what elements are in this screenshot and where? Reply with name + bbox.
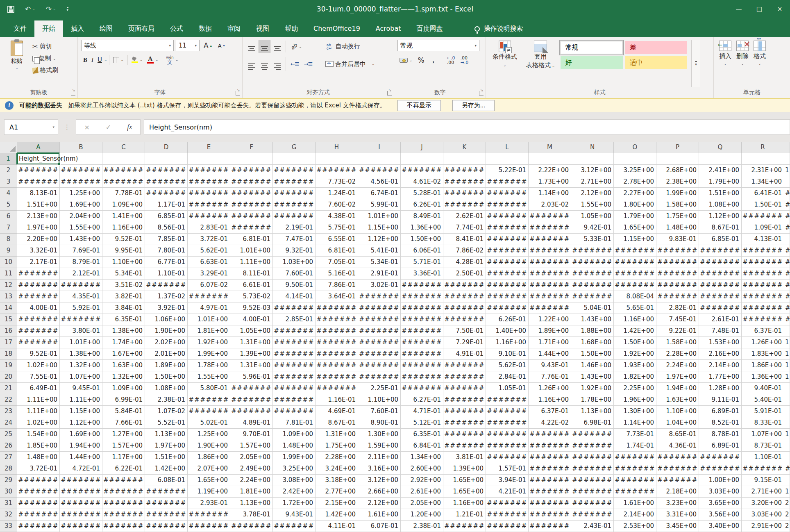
cell-P5[interactable]: 1.58E+00 [656,199,699,211]
cell-N15[interactable]: 1.43E+00 [571,314,614,325]
cell-G3[interactable]: ####### [273,176,316,188]
cell-S19-clipped[interactable]: 1 [784,360,790,371]
save-button[interactable] [7,6,14,13]
cell-I4[interactable]: 6.74E-01 [358,188,401,199]
cell-F7[interactable]: ####### [230,222,273,234]
cell-S4-clipped[interactable]: # [784,188,790,199]
cell-E23[interactable]: ####### [188,406,230,417]
dismiss-button[interactable]: 不再显示 [397,100,441,111]
cell-C15[interactable]: 6.35E-01 [102,314,145,325]
cell-E25[interactable]: 1.25E+00 [188,429,230,440]
row-header-27[interactable]: 27 [0,452,17,463]
cell-B19[interactable]: 1.32E+00 [60,360,102,371]
cell-R29[interactable]: 9.15E-01 [742,475,784,486]
row-header-31[interactable]: 31 [0,498,17,509]
cell-Q21[interactable]: 1.28E+00 [699,383,742,394]
cell-S30-clipped[interactable]: 1 [784,486,790,498]
cell-D28[interactable]: 1.42E+00 [145,463,188,475]
cell-J4[interactable]: 5.28E-01 [401,188,443,199]
cell-S7-clipped[interactable]: # [784,222,790,234]
cell-B10[interactable]: 8.79E-01 [60,257,102,268]
cell-A4[interactable]: 8.13E-01 [17,188,60,199]
cell-Q11[interactable]: ####### [699,268,742,280]
cell-I20[interactable]: ####### [358,371,401,383]
cell-C3[interactable]: ####### [102,176,145,188]
cell-H10[interactable]: 7.05E-01 [316,257,358,268]
cell-L7[interactable]: ####### [486,222,529,234]
cell-D29[interactable]: 6.08E-01 [145,475,188,486]
row-header-32[interactable]: 32 [0,509,17,521]
row-header-5[interactable]: 5 [0,199,17,211]
cell-O30[interactable]: ####### [614,486,656,498]
cell-N8[interactable]: 5.33E-01 [571,234,614,245]
cell-F8[interactable]: 6.81E-01 [230,234,273,245]
cell-H32[interactable]: 1.42E+00 [316,509,358,521]
cell-A1[interactable]: Height_Sensor(nm) [17,153,60,165]
cell-J24[interactable]: 5.12E-01 [401,417,443,429]
cell-H6[interactable]: 4.38E-01 [316,211,358,222]
row-header-28[interactable]: 28 [0,463,17,475]
cell-Q23[interactable]: 6.89E-01 [699,406,742,417]
tab-视图[interactable]: 视图 [248,20,277,37]
col-header-J[interactable]: J [401,142,443,153]
cell-D22[interactable]: 2.38E-01 [145,394,188,406]
col-header-H[interactable]: H [316,142,358,153]
increase-indent-button[interactable]: →☰ [302,60,315,68]
enter-icon[interactable]: ✓ [106,123,111,131]
cell-Q33[interactable]: 3.40E+00 [699,521,742,532]
cell-H19[interactable]: ####### [316,360,358,371]
cell-M8[interactable]: ####### [529,234,571,245]
cell-M13[interactable]: ####### [529,291,571,302]
cell-J8[interactable]: 1.50E+00 [401,234,443,245]
cell-S10-clipped[interactable]: # [784,257,790,268]
cell-N11[interactable]: ####### [571,268,614,280]
cell-E22[interactable]: ####### [188,394,230,406]
cell-M2[interactable]: 2.22E+00 [529,165,571,176]
cell-K33[interactable]: ####### [443,521,486,532]
tab-公式[interactable]: 公式 [162,20,191,37]
cell-N33[interactable]: 2.43E-01 [571,521,614,532]
cell-B31[interactable]: ####### [60,498,102,509]
cell-I23[interactable]: 7.60E-01 [358,406,401,417]
cell-L14[interactable]: ####### [486,302,529,314]
cell-I32[interactable]: 1.61E+00 [358,509,401,521]
cell-O27[interactable]: ####### [614,452,656,463]
cell-P4[interactable]: 1.99E+00 [656,188,699,199]
cell-I6[interactable]: 1.01E+00 [358,211,401,222]
cell-O13[interactable]: 8.08E-04 [614,291,656,302]
cell-E10[interactable]: 6.63E-01 [188,257,230,268]
cell-A5[interactable]: 1.51E+00 [17,199,60,211]
cell-Q18[interactable]: 2.16E+00 [699,348,742,360]
cell-G21[interactable]: ####### [273,383,316,394]
cell-S1-clipped[interactable] [784,153,790,165]
align-left-button[interactable] [246,56,258,72]
cell-J12[interactable]: ####### [401,280,443,291]
cell-J18[interactable]: ####### [401,348,443,360]
cell-P3[interactable]: 2.38E+00 [656,176,699,188]
cell-A18[interactable]: 9.52E-01 [17,348,60,360]
col-header-E[interactable]: E [188,142,230,153]
cell-P27[interactable]: ####### [656,452,699,463]
cell-M33[interactable]: ####### [529,521,571,532]
cell-E6[interactable]: ####### [188,211,230,222]
cell-H31[interactable]: 2.15E+00 [316,498,358,509]
cell-F27[interactable]: 2.05E+00 [230,452,273,463]
cell-K21[interactable]: ####### [443,383,486,394]
phonetic-guide-button[interactable]: wén文 ⌄ [164,54,180,66]
align-middle-button[interactable] [259,40,270,53]
cell-P32[interactable]: 3.31E+00 [656,509,699,521]
cell-G19[interactable]: ####### [273,360,316,371]
cell-S22-clipped[interactable] [784,394,790,406]
cell-O16[interactable]: 1.42E+00 [614,325,656,337]
close-button[interactable]: × [770,0,790,18]
cell-K18[interactable]: 4.91E-01 [443,348,486,360]
cell-I33[interactable]: 6.07E-01 [358,521,401,532]
cell-I18[interactable]: ####### [358,348,401,360]
italic-button[interactable]: I [89,55,95,65]
tab-插入[interactable]: 插入 [63,20,92,37]
cell-Q15[interactable]: 2.61E-01 [699,314,742,325]
cell-G8[interactable]: 7.47E-01 [273,234,316,245]
row-header-19[interactable]: 19 [0,360,17,371]
cell-H2[interactable]: ####### [316,165,358,176]
cell-F30[interactable]: 1.81E+00 [230,486,273,498]
